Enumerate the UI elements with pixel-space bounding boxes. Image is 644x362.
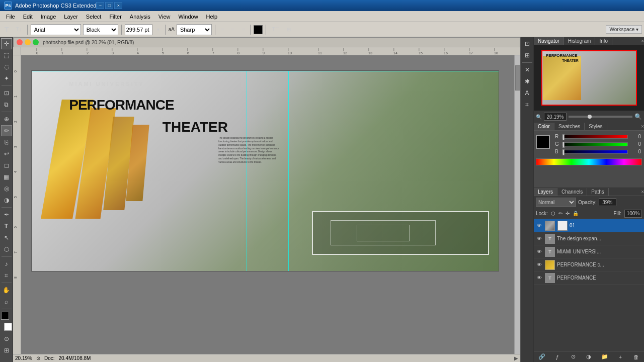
foreground-color[interactable] — [1, 312, 9, 320]
font-style-select[interactable]: Black — [83, 24, 118, 35]
fill-input[interactable] — [624, 210, 642, 218]
layer-visibility-toggle[interactable]: 👁 — [536, 235, 543, 242]
text-orientation-button[interactable]: T↕ — [14, 24, 24, 35]
layer-style-button[interactable]: ƒ — [552, 352, 562, 361]
screen-mode-button[interactable]: ⊞ — [1, 345, 12, 356]
zoom-tool[interactable]: ⌕ — [1, 296, 12, 307]
red-slider-thumb[interactable] — [562, 134, 565, 140]
hand-tool[interactable]: ✋ — [1, 285, 12, 296]
lock-all-icon[interactable]: 🔒 — [573, 211, 579, 216]
layer-visibility-toggle[interactable]: 👁 — [536, 248, 543, 255]
canvas-image[interactable]: MIAMI UNIVERSITY PERFORMANCE THEATER The… — [31, 70, 499, 272]
layer-row[interactable]: 👁 T MIAMI UNIVERSI... — [534, 245, 644, 258]
anti-alias-select[interactable]: Sharp — [177, 24, 212, 35]
align-left-button[interactable]: ≡ — [218, 24, 226, 35]
zoom-slider-thumb[interactable] — [588, 115, 592, 119]
type-tool[interactable]: T — [1, 221, 12, 232]
zoom-slider[interactable] — [569, 116, 632, 118]
layer-visibility-toggle[interactable]: 👁 — [536, 222, 543, 229]
blur-tool[interactable]: ◎ — [1, 183, 12, 194]
tab-layers[interactable]: Layers — [534, 188, 557, 196]
pen-tool[interactable]: ✒ — [1, 209, 12, 220]
layer-visibility-toggle[interactable]: 👁 — [536, 261, 543, 268]
tab-styles[interactable]: Styles — [585, 123, 607, 130]
lock-image-icon[interactable]: ✏ — [558, 211, 562, 216]
doc-minimize-button[interactable] — [25, 39, 31, 45]
panel-icon-6[interactable]: ⌗ — [522, 99, 533, 110]
notes-tool[interactable]: ♪ — [1, 258, 12, 269]
layer-delete-button[interactable]: 🗑 — [631, 352, 641, 361]
menu-edit[interactable]: Edit — [19, 12, 37, 22]
dodge-tool[interactable]: ◑ — [1, 195, 12, 206]
layer-row[interactable]: 👁 T The design expan... — [534, 232, 644, 245]
color-panel-close[interactable]: × — [641, 124, 644, 129]
navigator-view-box[interactable] — [541, 50, 637, 106]
opacity-input[interactable] — [599, 198, 616, 206]
palettes-button[interactable]: ⊞ — [284, 24, 293, 35]
green-slider[interactable] — [562, 142, 628, 146]
menu-image[interactable]: Image — [37, 12, 60, 22]
slice-tool[interactable]: ⧉ — [1, 99, 12, 110]
layer-row[interactable]: 👁 PERFORMANCE c... — [534, 258, 644, 272]
menu-layer[interactable]: Layer — [60, 12, 82, 22]
doc-maximize-button[interactable] — [33, 39, 39, 45]
panel-icon-4[interactable]: ✱ — [522, 76, 533, 87]
doc-close-button[interactable] — [17, 39, 23, 45]
wand-tool[interactable]: ✦ — [1, 73, 12, 84]
tab-paths[interactable]: Paths — [587, 188, 609, 196]
zoom-in-icon[interactable]: 🔍 — [634, 113, 642, 120]
eraser-tool[interactable]: ◻ — [1, 160, 12, 171]
panel-icon-2[interactable]: ⊞ — [522, 50, 533, 61]
vertical-scrollbar[interactable] — [514, 55, 520, 356]
menu-analysis[interactable]: Analysis — [126, 12, 154, 22]
move-tool[interactable]: ✛ — [1, 38, 12, 49]
layer-mask-button[interactable]: ⊙ — [568, 352, 578, 361]
navigator-panel-close[interactable]: × — [641, 38, 644, 44]
lock-transparent-icon[interactable]: ⬡ — [551, 211, 555, 216]
blue-slider[interactable] — [562, 150, 628, 154]
path-select-tool[interactable]: ↖ — [1, 232, 12, 243]
layer-visibility-toggle[interactable]: 👁 — [536, 275, 543, 282]
menu-window[interactable]: Window — [174, 12, 202, 22]
menu-view[interactable]: View — [154, 12, 175, 22]
color-spectrum-bar[interactable] — [536, 158, 642, 165]
tab-info[interactable]: Info — [595, 37, 612, 45]
tab-channels[interactable]: Channels — [557, 188, 587, 196]
panel-icon-3[interactable]: ✕ — [522, 64, 533, 75]
green-slider-thumb[interactable] — [562, 142, 565, 148]
red-slider[interactable] — [562, 135, 628, 139]
brush-tool[interactable]: ✏ — [1, 125, 12, 136]
layer-link-button[interactable]: 🔗 — [537, 352, 547, 361]
tab-navigator[interactable]: Navigator — [534, 37, 564, 45]
layer-row[interactable]: 👁 01 — [534, 219, 644, 232]
gradient-tool[interactable]: ▦ — [1, 171, 12, 183]
lasso-tool[interactable]: ◌ — [1, 61, 12, 72]
close-button[interactable]: × — [114, 2, 122, 9]
heal-tool[interactable]: ⊕ — [1, 114, 12, 125]
stamp-tool[interactable]: ⎘ — [1, 137, 12, 148]
align-center-button[interactable]: ≡ — [228, 24, 236, 35]
tab-histogram[interactable]: Histogram — [564, 37, 596, 45]
menu-filter[interactable]: Filter — [105, 12, 125, 22]
font-size-input[interactable] — [125, 24, 152, 35]
font-name-select[interactable]: Arial — [31, 24, 81, 35]
warp-text-button[interactable]: T⌒ — [269, 24, 282, 35]
tab-color[interactable]: Color — [534, 123, 554, 130]
history-tool[interactable]: ↩ — [1, 148, 12, 159]
eyedropper-tool[interactable]: ⌗ — [1, 270, 12, 281]
shape-tool[interactable]: ⬡ — [1, 244, 12, 255]
layer-group-button[interactable]: 📁 — [600, 352, 610, 361]
layer-adjustment-button[interactable]: ◑ — [584, 352, 594, 361]
background-color[interactable] — [4, 323, 12, 331]
lock-position-icon[interactable]: ✛ — [566, 211, 570, 216]
menu-select[interactable]: Select — [82, 12, 106, 22]
maximize-button[interactable]: □ — [105, 2, 113, 9]
crop-tool[interactable]: ⊡ — [1, 87, 12, 99]
text-color-swatch[interactable] — [254, 25, 263, 34]
layer-row[interactable]: 👁 T PERFORMANCE — [534, 272, 644, 285]
panel-icon-1[interactable]: ⊡ — [522, 38, 533, 49]
zoom-out-icon[interactable]: 🔍 — [536, 114, 542, 120]
panel-icon-5[interactable]: A — [522, 87, 533, 99]
quick-mask-button[interactable]: ⊙ — [1, 333, 12, 344]
font-size-unit-button[interactable]: ▾ — [154, 24, 162, 35]
